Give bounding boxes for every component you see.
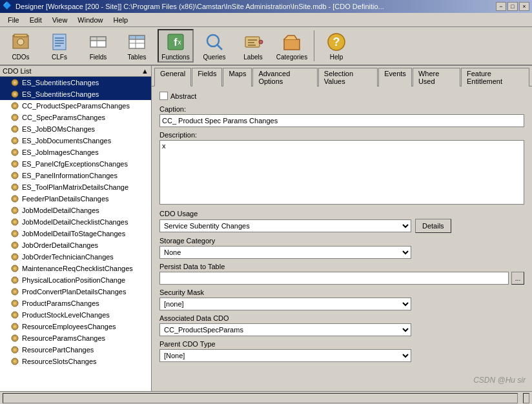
svg-point-77 — [14, 360, 16, 363]
sidebar-item-21[interactable]: ResourceEmployeesChanges — [0, 321, 151, 332]
tab-selection-values[interactable]: Selection Values — [318, 68, 378, 86]
toolbar-queries[interactable]: Queries — [196, 29, 232, 63]
details-button[interactable]: Details — [415, 219, 451, 233]
sidebar-item-8[interactable]: ES_PanelInformationChanges — [0, 170, 151, 181]
menu-file[interactable]: File — [3, 15, 25, 25]
abstract-label: Abstract — [170, 92, 196, 100]
sidebar-item-label-5: ES_JobDocumentsChanges — [22, 137, 111, 145]
sidebar-item-4[interactable]: ES_JobBOMsChanges — [0, 123, 151, 135]
sidebar-item-13[interactable]: JobModelDetailToStageChanges — [0, 228, 151, 239]
svg-rect-25 — [284, 39, 300, 50]
sidebar-item-6[interactable]: ES_JobImagesChanges — [0, 146, 151, 158]
svg-point-2 — [17, 39, 24, 45]
svg-point-31 — [14, 93, 16, 96]
sidebar-item-20[interactable]: ProductStockLevelChanges — [0, 309, 151, 321]
sidebar-item-7[interactable]: ES_PanelCfgExceptionsChanges — [0, 158, 151, 170]
sidebar-item-label-3: CC_SpecParamsChanges — [22, 114, 105, 121]
toolbar-tables[interactable]: Tables — [119, 29, 155, 63]
sidebar-item-label-2: CC_ProductSpecParamsChanges — [22, 102, 130, 110]
toolbar-functions[interactable]: f x Functions — [158, 29, 194, 63]
security-mask-select[interactable]: [none] — [159, 298, 411, 310]
svg-point-59 — [14, 256, 16, 258]
sidebar-item-label-1: ES_SubentitiesChanges — [22, 90, 99, 98]
toolbar-fields[interactable]: Fields — [80, 29, 116, 63]
tab-fields[interactable]: Fields — [192, 68, 222, 86]
persist-input[interactable] — [159, 272, 509, 285]
sidebar-item-label-13: JobModelDetailToStageChanges — [22, 230, 125, 237]
tab-maps[interactable]: Maps — [223, 68, 252, 86]
svg-point-57 — [14, 244, 16, 247]
content-area: General Fields Maps Advanced Options Sel… — [152, 66, 532, 391]
toolbar-clfs[interactable]: CLFs — [41, 29, 77, 63]
security-mask-label: Security Mask — [159, 288, 524, 296]
parent-cdo-select[interactable]: [None] — [159, 349, 411, 362]
sidebar-item-label-11: JobModelDetailChanges — [22, 207, 99, 214]
svg-line-19 — [217, 45, 222, 50]
sidebar: CDO List ▲ ES_SubentitiesChanges // Will… — [0, 66, 152, 391]
queries-label: Queries — [203, 54, 225, 61]
storage-category-select[interactable]: None — [159, 246, 411, 259]
sidebar-item-label-0: ES_SubentitiesChanges — [22, 79, 99, 86]
sidebar-item-22[interactable]: ResourceParamsChanges — [0, 332, 151, 344]
persist-browse-button[interactable]: ... — [511, 272, 524, 285]
sidebar-title: CDO List — [3, 67, 32, 75]
toolbar-categories[interactable]: Categories — [274, 29, 310, 63]
abstract-row: Abstract — [159, 92, 524, 100]
toolbar-cdos[interactable]: CDOs — [3, 29, 39, 63]
svg-rect-9 — [90, 37, 106, 41]
sidebar-item-2[interactable]: CC_ProductSpecParamsChanges — [0, 100, 151, 112]
cdo-usage-row: Service Subentity Changes Details — [159, 219, 524, 233]
sidebar-item-14[interactable]: JobOrderDetailChanges — [0, 239, 151, 251]
sidebar-item-19[interactable]: ProductParamsChanges — [0, 298, 151, 309]
caption-input[interactable] — [159, 114, 524, 127]
sidebar-item-label-14: JobOrderDetailChanges — [22, 241, 98, 249]
cdo-usage-select[interactable]: Service Subentity Changes — [159, 219, 411, 232]
cdo-icon-19 — [10, 299, 19, 308]
cdo-icon-6 — [10, 148, 19, 157]
svg-point-49 — [14, 197, 16, 200]
sidebar-item-9[interactable]: ES_ToolPlanMatrixDetailsChange — [0, 181, 151, 193]
sidebar-item-label-18: ProdConvertPlanDetailsChanges — [22, 288, 126, 296]
sidebar-item-16[interactable]: MaintenanceReqChecklistChanges — [0, 263, 151, 274]
main-container: CDO List ▲ ES_SubentitiesChanges // Will… — [0, 66, 532, 391]
abstract-checkbox[interactable] — [159, 92, 168, 100]
toolbar-labels[interactable]: Labels — [235, 29, 271, 63]
sidebar-item-23[interactable]: ResourcePartChanges — [0, 344, 151, 356]
close-button[interactable]: × — [519, 2, 529, 11]
menu-window[interactable]: Window — [72, 15, 108, 25]
menu-help[interactable]: Help — [108, 15, 133, 25]
menu-view[interactable]: View — [47, 15, 73, 25]
sidebar-item-1[interactable]: ES_SubentitiesChanges — [0, 88, 151, 100]
sidebar-item-18[interactable]: ProdConvertPlanDetailsChanges — [0, 286, 151, 298]
sidebar-item-10[interactable]: FeederPlanDetailsChanges — [0, 193, 151, 205]
svg-point-33 — [14, 105, 16, 107]
restore-button[interactable]: □ — [507, 2, 518, 11]
svg-point-35 — [14, 116, 16, 119]
tab-feature-entitlement[interactable]: Feature Entitlement — [461, 68, 529, 86]
sidebar-item-0[interactable]: ES_SubentitiesChanges — [0, 77, 151, 88]
toolbar-help[interactable]: ? Help — [318, 29, 354, 63]
sidebar-item-3[interactable]: CC_SpecParamsChanges — [0, 112, 151, 123]
sidebar-item-label-22: ResourceParamsChanges — [22, 334, 105, 342]
sidebar-item-15[interactable]: JobOrderTechnicianChanges — [0, 251, 151, 263]
menu-edit[interactable]: Edit — [25, 15, 47, 25]
sidebar-item-label-19: ProductParamsChanges — [22, 299, 99, 307]
sidebar-item-label-7: ES_PanelCfgExceptionsChanges — [22, 160, 128, 168]
tab-advanced-options[interactable]: Advanced Options — [252, 68, 317, 86]
sidebar-item-12[interactable]: JobModelDetailChecklistChanges — [0, 216, 151, 228]
svg-point-75 — [14, 348, 16, 351]
tab-general[interactable]: General — [154, 68, 191, 86]
tab-where-used[interactable]: Where Used — [413, 68, 460, 86]
labels-label: Labels — [243, 54, 262, 61]
sidebar-item-17[interactable]: PhysicalLocationPositionChange — [0, 274, 151, 286]
minimize-button[interactable]: − — [496, 2, 506, 11]
sidebar-item-5[interactable]: ES_JobDocumentsChanges — [0, 135, 151, 146]
app-icon: 🔷 — [3, 1, 13, 12]
watermark: CSDN @Hu sir — [473, 376, 526, 385]
sidebar-collapse-icon[interactable]: ▲ — [141, 67, 148, 75]
tab-events[interactable]: Events — [378, 68, 412, 86]
sidebar-item-24[interactable]: ResourceSlotsChanges — [0, 356, 151, 367]
description-textarea[interactable]: x — [159, 140, 524, 205]
sidebar-item-11[interactable]: JobModelDetailChanges — [0, 205, 151, 216]
associated-cdo-select[interactable]: CC_ProductSpecParams — [159, 323, 411, 336]
